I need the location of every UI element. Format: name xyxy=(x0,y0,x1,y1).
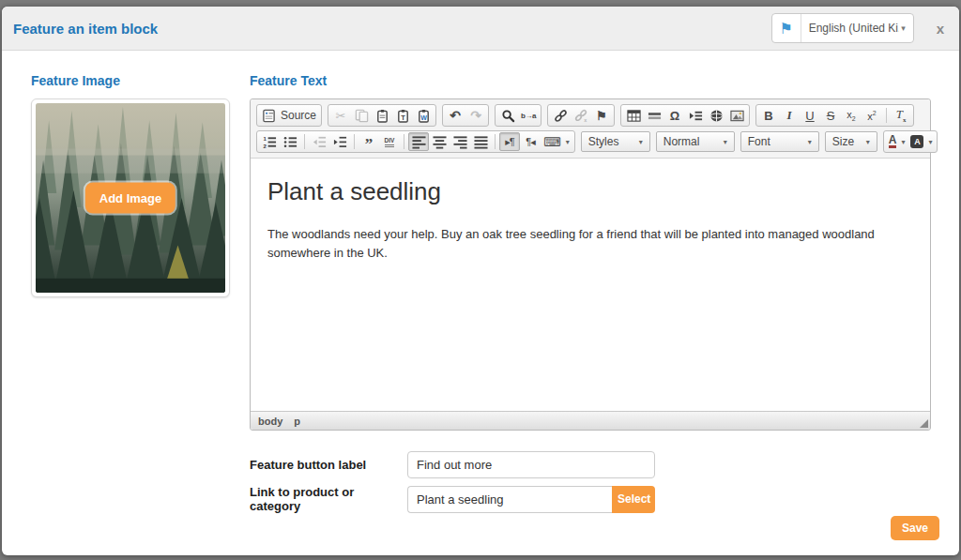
bg-color-button[interactable]: A▾ xyxy=(908,132,935,151)
basicstyles-group: BIUSx2x2Tx xyxy=(755,104,914,127)
italic-icon: I xyxy=(787,108,792,123)
blockquote-icon: ” xyxy=(365,137,374,146)
find-button[interactable] xyxy=(497,106,518,125)
source-icon xyxy=(262,109,276,123)
underline-button[interactable]: U xyxy=(800,106,820,125)
image-button[interactable] xyxy=(726,106,747,125)
align-left-button[interactable] xyxy=(408,132,429,151)
add-image-button[interactable]: Add Image xyxy=(85,183,175,214)
bidi-rtl-button[interactable]: ¶◂ xyxy=(520,132,541,151)
italic-button[interactable]: I xyxy=(779,106,800,125)
link-icon xyxy=(554,109,568,123)
strikethrough-button[interactable]: S xyxy=(820,106,841,125)
bulleted-list-button[interactable] xyxy=(280,132,300,151)
paste-icon xyxy=(375,109,389,123)
remove-format-button[interactable]: Tx xyxy=(891,106,911,125)
bidi-ltr-button[interactable]: ▸¶ xyxy=(499,132,520,151)
paste-word-button[interactable]: W xyxy=(413,106,434,125)
indent-button[interactable] xyxy=(329,132,350,151)
font-group: Font▾ xyxy=(740,130,819,153)
horizontal-rule-button[interactable] xyxy=(644,106,664,125)
element-path-p[interactable]: p xyxy=(294,416,300,427)
bold-button[interactable]: B xyxy=(758,106,779,125)
numbered-list-icon: 12 xyxy=(263,135,277,149)
undo-button[interactable]: ↶ xyxy=(445,106,465,125)
source-button[interactable]: Source xyxy=(259,106,319,125)
paste-button[interactable] xyxy=(372,106,392,125)
table-button[interactable] xyxy=(623,106,644,125)
insert-group: Ω xyxy=(620,104,750,127)
align-center-button[interactable] xyxy=(429,132,450,151)
document-group: Source xyxy=(256,104,322,127)
paste-text-button[interactable]: T xyxy=(392,106,413,125)
feature-text-label: Feature Text xyxy=(250,73,931,88)
size-dropdown[interactable]: Size▾ xyxy=(825,131,877,152)
subscript-icon: x2 xyxy=(847,109,855,122)
caret-down-icon: ▾ xyxy=(808,138,812,146)
toolbar-separator xyxy=(354,134,355,149)
div-container-button[interactable]: DIV xyxy=(379,132,400,151)
element-path-body[interactable]: body xyxy=(258,416,282,427)
redo-button[interactable]: ↷ xyxy=(465,106,486,125)
language-icon: ⌨ xyxy=(543,135,561,149)
close-button[interactable]: x xyxy=(937,21,944,37)
feature-button-label-label: Feature button label xyxy=(250,458,407,472)
pagebreak-icon xyxy=(689,109,703,123)
replace-button[interactable]: b→a xyxy=(518,106,539,125)
text-color-icon: A xyxy=(889,135,897,148)
colors-group: A▾A▾ xyxy=(883,130,938,153)
feature-image-section: Feature Image xyxy=(31,73,230,520)
resize-grip[interactable] xyxy=(920,419,928,428)
styles-dropdown[interactable]: Styles▾ xyxy=(581,131,650,152)
language-button[interactable]: ⌨▾ xyxy=(541,132,572,151)
flag-icon: ⚑ xyxy=(772,14,801,42)
unlink-button[interactable]: x xyxy=(571,106,591,125)
format-group: Normal▾ xyxy=(656,130,735,153)
feature-image-label: Feature Image xyxy=(31,73,230,88)
font-dropdown[interactable]: Font▾ xyxy=(740,131,819,152)
link-button[interactable] xyxy=(550,106,571,125)
subscript-button[interactable]: x2 xyxy=(841,106,862,125)
feature-item-block-modal: Feature an item block ⚑ English (United … xyxy=(2,7,959,555)
bg-color-icon: A xyxy=(910,135,923,148)
numbered-list-button[interactable]: 12 xyxy=(259,132,280,151)
anchor-button[interactable]: ⚑ xyxy=(591,106,612,125)
cut-icon: ✂ xyxy=(336,109,346,123)
caret-down-icon: ▾ xyxy=(639,138,643,146)
unlink-icon: x xyxy=(574,109,588,123)
link-to-product-input[interactable] xyxy=(407,486,612,513)
bidi-ltr-icon: ▸¶ xyxy=(505,136,513,148)
outdent-button[interactable] xyxy=(309,132,329,151)
editor-content[interactable]: Plant a seedling The woodlands need your… xyxy=(251,159,930,411)
format-dropdown[interactable]: Normal▾ xyxy=(656,131,735,152)
page-break-button[interactable] xyxy=(685,106,706,125)
editor-heading: Plant a seedling xyxy=(267,177,913,206)
svg-text:1: 1 xyxy=(263,135,267,142)
iframe-button[interactable] xyxy=(706,106,726,125)
clipboard-group: ✂TW xyxy=(328,104,436,127)
strike-icon: S xyxy=(827,109,835,123)
find-group: b→a xyxy=(495,104,542,127)
replace-icon: b→a xyxy=(521,112,536,120)
text-color-button[interactable]: A▾ xyxy=(886,132,908,151)
copy-button[interactable] xyxy=(351,106,372,125)
save-button[interactable]: Save xyxy=(891,516,939,540)
special-char-button[interactable]: Ω xyxy=(664,106,685,125)
editor-paragraph: The woodlands need your help. Buy an oak… xyxy=(267,225,913,262)
language-selector-value: English (United Ki... xyxy=(801,22,899,35)
anchor-icon: ⚑ xyxy=(596,109,607,123)
cut-button[interactable]: ✂ xyxy=(330,106,351,125)
feature-button-label-input[interactable] xyxy=(407,451,655,478)
editor-toolbar: Source✂TW↶↷b→ax⚑ΩBIUSx2x2Tx12”DIV▸¶¶◂⌨▾S… xyxy=(251,99,930,159)
language-selector[interactable]: ⚑ English (United Ki... ▾ xyxy=(771,13,914,43)
blockquote-button[interactable]: ” xyxy=(358,132,379,151)
specialchar-icon: Ω xyxy=(670,109,679,123)
svg-text:W: W xyxy=(420,114,427,120)
underline-icon: U xyxy=(805,109,814,123)
align-right-button[interactable] xyxy=(450,132,470,151)
editor-status-bar: body p xyxy=(251,411,930,430)
bidi-rtl-icon: ¶◂ xyxy=(526,136,534,148)
superscript-button[interactable]: x2 xyxy=(862,106,882,125)
align-justify-button[interactable] xyxy=(470,132,491,151)
select-button[interactable]: Select xyxy=(612,486,655,513)
